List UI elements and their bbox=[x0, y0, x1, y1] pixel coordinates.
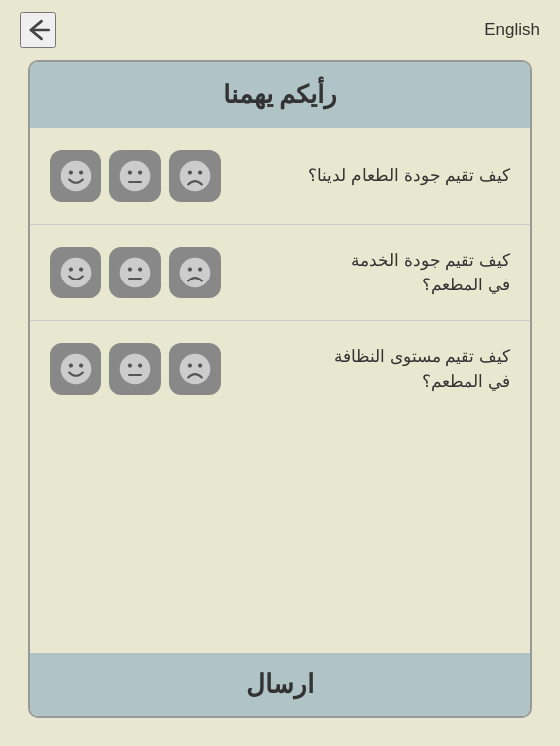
svg-point-1 bbox=[69, 170, 73, 174]
top-bar: English bbox=[0, 0, 560, 60]
card-title: رأيكم يهمنا bbox=[50, 80, 510, 110]
svg-point-27 bbox=[180, 354, 211, 385]
svg-point-8 bbox=[188, 170, 192, 174]
svg-point-24 bbox=[128, 363, 132, 367]
question-row-3: كيف تقيم مستوى النظافةفي المطعم؟ bbox=[30, 321, 530, 417]
svg-point-5 bbox=[138, 170, 142, 174]
question-text-3: كيف تقيم مستوى النظافةفي المطعم؟ bbox=[221, 344, 510, 395]
svg-point-20 bbox=[61, 354, 92, 385]
svg-point-15 bbox=[138, 267, 142, 271]
svg-point-3 bbox=[120, 161, 151, 192]
svg-point-4 bbox=[128, 170, 132, 174]
svg-point-9 bbox=[198, 170, 202, 174]
svg-point-25 bbox=[138, 363, 142, 367]
question-row-1: كيف تقيم جودة الطعام لدينا؟ bbox=[30, 128, 530, 225]
svg-point-19 bbox=[198, 267, 202, 271]
svg-point-21 bbox=[69, 363, 73, 367]
happy-button-2[interactable] bbox=[50, 247, 101, 298]
emoji-group-1 bbox=[50, 150, 221, 202]
sad-button-1[interactable] bbox=[169, 150, 221, 202]
svg-point-14 bbox=[128, 267, 132, 271]
svg-point-12 bbox=[79, 267, 83, 271]
sad-button-2[interactable] bbox=[169, 247, 221, 298]
svg-point-23 bbox=[120, 354, 151, 385]
svg-point-17 bbox=[180, 258, 211, 288]
svg-point-0 bbox=[61, 161, 92, 192]
svg-point-10 bbox=[61, 258, 92, 288]
neutral-button-3[interactable] bbox=[109, 343, 161, 395]
happy-button-1[interactable] bbox=[50, 150, 101, 202]
survey-card: رأيكم يهمنا كيف تقيم جودة الطعام لدينا؟ bbox=[28, 60, 532, 718]
svg-point-7 bbox=[180, 161, 211, 192]
neutral-button-2[interactable] bbox=[109, 247, 161, 298]
svg-point-18 bbox=[188, 267, 192, 271]
emoji-group-3 bbox=[50, 343, 221, 395]
back-button[interactable] bbox=[20, 12, 56, 48]
question-text-2: كيف تقيم جودة الخدمةفي المطعم؟ bbox=[221, 248, 510, 298]
submit-button[interactable]: ارسال bbox=[30, 653, 530, 716]
svg-point-22 bbox=[79, 363, 83, 367]
svg-point-13 bbox=[120, 258, 151, 288]
language-button[interactable]: English bbox=[484, 20, 540, 40]
neutral-button-1[interactable] bbox=[109, 150, 161, 202]
svg-point-29 bbox=[198, 363, 202, 367]
submit-label: ارسال bbox=[50, 669, 510, 700]
sad-button-3[interactable] bbox=[169, 343, 221, 395]
question-row-2: كيف تقيم جودة الخدمةفي المطعم؟ bbox=[30, 225, 530, 321]
emoji-group-2 bbox=[50, 247, 221, 298]
question-text-1: كيف تقيم جودة الطعام لدينا؟ bbox=[221, 163, 510, 189]
svg-point-28 bbox=[188, 363, 192, 367]
svg-point-11 bbox=[69, 267, 73, 271]
card-header: رأيكم يهمنا bbox=[30, 62, 530, 128]
happy-button-3[interactable] bbox=[50, 343, 101, 395]
svg-point-2 bbox=[79, 170, 83, 174]
card-body: كيف تقيم جودة الطعام لدينا؟ bbox=[30, 128, 530, 653]
